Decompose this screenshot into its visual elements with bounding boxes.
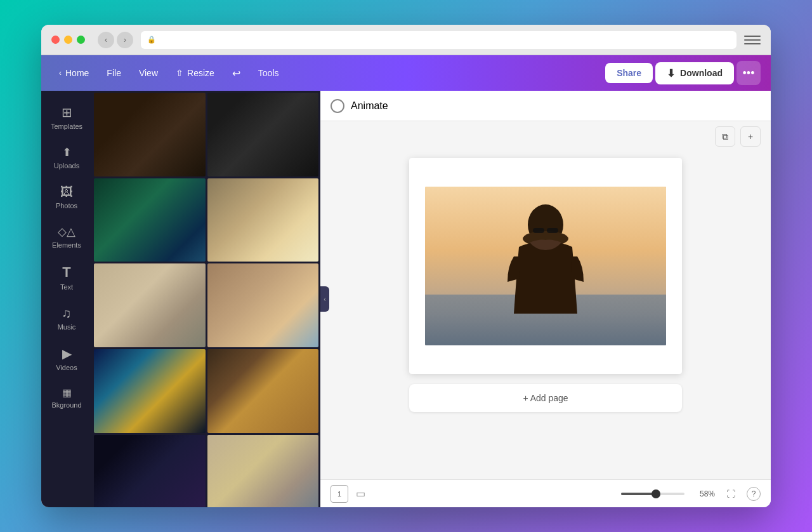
photo-thumbnail — [94, 93, 206, 176]
add-icon: + — [748, 131, 753, 142]
zoom-track[interactable] — [621, 493, 684, 495]
photo-grid — [92, 91, 320, 507]
left-panels: ⊞ Templates ⬆ Uploads 🖼 Photos ◇△ Elemen… — [41, 91, 320, 507]
app-header: ‹ Home File View ⇧ Resize ↩ Tools Share … — [41, 55, 771, 91]
browser-window: ‹ › 🔒 ‹ Home File View ⇧ Resize ↩ — [41, 25, 771, 507]
zoom-percent: 58% — [692, 489, 715, 498]
resize-nav-item[interactable]: ⇧ Resize — [168, 64, 222, 82]
photo-item-beach-sunset[interactable] — [207, 178, 319, 262]
view-nav-item[interactable]: View — [131, 64, 166, 82]
home-label: Home — [65, 68, 89, 78]
menu-icon[interactable] — [744, 32, 761, 48]
view-label: View — [139, 68, 158, 78]
photo-item-laptop-desk[interactable] — [94, 93, 206, 176]
duplicate-button[interactable]: ⧉ — [715, 126, 735, 147]
back-button[interactable]: ‹ — [98, 32, 114, 48]
expand-button[interactable]: ⛶ — [723, 486, 739, 502]
home-nav-item[interactable]: ‹ Home — [51, 64, 96, 82]
tools-nav-item[interactable]: Tools — [251, 64, 287, 82]
design-page — [409, 158, 682, 374]
photo-thumbnail — [207, 178, 319, 262]
sidebar-item-text[interactable]: T Text — [44, 258, 89, 297]
text-label: Text — [60, 283, 73, 291]
photo-thumbnail — [207, 435, 319, 508]
videos-label: Videos — [56, 364, 77, 371]
download-button[interactable]: ⬇ Download — [655, 62, 734, 84]
device-view-icon[interactable]: ▭ — [356, 488, 365, 500]
resize-icon: ⇧ — [176, 68, 183, 78]
tools-label: Tools — [258, 68, 279, 78]
sidebar-item-background[interactable]: ▦ Bkground — [44, 380, 89, 415]
sidebar-item-templates[interactable]: ⊞ Templates — [44, 98, 89, 136]
zoom-slider[interactable] — [621, 493, 684, 495]
photo-thumbnail — [94, 435, 206, 508]
add-button[interactable]: + — [740, 126, 761, 147]
sidebar-item-music[interactable]: ♫ Music — [44, 300, 89, 337]
nav-arrows: ‹ › — [98, 32, 133, 48]
zoom-thumb[interactable] — [652, 489, 660, 498]
download-label: Download — [680, 68, 723, 78]
uploads-label: Uploads — [54, 162, 79, 170]
animate-icon — [331, 99, 344, 113]
page-indicator: 1 — [331, 485, 348, 503]
animate-label[interactable]: Animate — [351, 100, 388, 112]
photo-thumbnail — [94, 349, 206, 433]
add-page-button[interactable]: + Add page — [409, 384, 682, 412]
templates-label: Templates — [51, 123, 82, 130]
undo-nav-item[interactable]: ↩ — [225, 63, 248, 83]
lock-icon: 🔒 — [147, 36, 156, 44]
maximize-button[interactable] — [77, 36, 85, 44]
home-chevron-icon: ‹ — [59, 69, 62, 77]
photo-item-person-typing[interactable] — [207, 93, 319, 176]
music-label: Music — [58, 323, 76, 331]
panel-collapse-handle[interactable]: ‹ — [320, 286, 329, 312]
file-label: File — [107, 68, 121, 78]
photo-item-abstract[interactable] — [94, 349, 206, 433]
photo-item-sand-dunes[interactable] — [94, 263, 206, 347]
svg-rect-5 — [547, 228, 558, 233]
elements-label: Elements — [52, 241, 81, 249]
download-icon: ⬇ — [667, 67, 675, 79]
more-icon: ••• — [743, 67, 755, 80]
photo-thumbnail — [207, 93, 319, 176]
add-page-label: + Add page — [523, 393, 568, 403]
videos-icon: ▶ — [62, 346, 72, 361]
photo-thumbnail — [94, 263, 206, 347]
music-icon: ♫ — [62, 306, 72, 321]
photo-item-dark-figure[interactable] — [94, 435, 206, 508]
address-bar[interactable]: 🔒 — [141, 31, 737, 49]
traffic-lights — [51, 36, 85, 44]
uploads-icon: ⬆ — [62, 145, 72, 159]
sidebar-item-elements[interactable]: ◇△ Elements — [44, 218, 89, 255]
design-image[interactable] — [425, 187, 666, 345]
browser-chrome: ‹ › 🔒 — [41, 25, 771, 55]
page-number: 1 — [337, 490, 341, 498]
photo-item-deer[interactable] — [207, 349, 319, 433]
help-icon: ? — [752, 489, 756, 498]
sidebar-item-videos[interactable]: ▶ Videos — [44, 340, 89, 378]
photo-thumbnail — [207, 349, 319, 433]
sidebar-item-photos[interactable]: 🖼 Photos — [44, 178, 89, 216]
file-nav-item[interactable]: File — [99, 64, 129, 82]
photo-item-person-beach[interactable] — [207, 263, 319, 347]
animate-bar: Animate — [320, 91, 771, 121]
photo-item-person-coat[interactable] — [207, 435, 319, 508]
expand-icon: ⛶ — [726, 489, 735, 499]
bottom-bar: 1 ▭ 58% ⛶ ? — [320, 479, 771, 507]
background-icon: ▦ — [62, 387, 72, 399]
templates-icon: ⊞ — [62, 105, 72, 120]
minimize-button[interactable] — [64, 36, 72, 44]
sidebar-item-uploads[interactable]: ⬆ Uploads — [44, 139, 89, 176]
more-options-button[interactable]: ••• — [737, 61, 761, 85]
elements-icon: ◇△ — [58, 225, 75, 239]
canvas-scroll[interactable]: + Add page — [320, 152, 771, 479]
canvas-area: Animate ⧉ + — [320, 91, 771, 507]
photo-panel[interactable] — [92, 91, 320, 507]
canvas-toolbar: ⧉ + — [320, 121, 771, 152]
help-button[interactable]: ? — [747, 487, 761, 501]
photo-item-forest[interactable] — [94, 178, 206, 262]
forward-button[interactable]: › — [117, 32, 133, 48]
undo-icon: ↩ — [232, 67, 240, 79]
share-button[interactable]: Share — [605, 63, 653, 83]
close-button[interactable] — [51, 36, 60, 44]
